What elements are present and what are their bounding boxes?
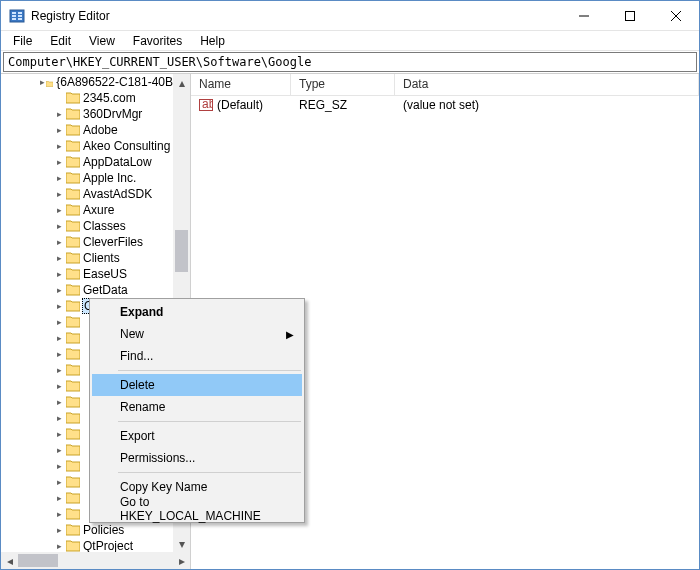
tree-item-label: {6A896522-C181-40B	[56, 75, 173, 89]
expand-icon[interactable]: ▸	[53, 250, 65, 266]
column-header-type[interactable]: Type	[291, 74, 395, 95]
folder-icon	[66, 364, 80, 376]
expand-icon[interactable]: ▸	[53, 266, 65, 282]
ctx-permissions[interactable]: Permissions...	[92, 447, 302, 469]
folder-icon	[66, 444, 80, 456]
expand-icon[interactable]: ▸	[53, 154, 65, 170]
ctx-rename[interactable]: Rename	[92, 396, 302, 418]
tree-item-label: CleverFiles	[83, 235, 143, 249]
folder-icon	[66, 540, 80, 552]
ctx-find[interactable]: Find...	[92, 345, 302, 367]
menu-favorites[interactable]: Favorites	[125, 32, 190, 50]
ctx-export[interactable]: Export	[92, 425, 302, 447]
tree-item[interactable]: ▸360DrvMgr	[1, 106, 173, 122]
expand-icon[interactable]: ▸	[53, 186, 65, 202]
column-header-data[interactable]: Data	[395, 74, 699, 95]
expand-icon[interactable]: ▸	[53, 506, 65, 522]
tree-item[interactable]: ▸AvastAdSDK	[1, 186, 173, 202]
folder-icon	[66, 188, 80, 200]
minimize-icon	[579, 11, 589, 21]
expand-icon[interactable]: ▸	[53, 522, 65, 538]
ctx-goto-hklm[interactable]: Go to HKEY_LOCAL_MACHINE	[92, 498, 302, 520]
folder-icon	[66, 284, 80, 296]
tree-item[interactable]: ▸EaseUS	[1, 266, 173, 282]
expand-icon[interactable]: ▸	[53, 330, 65, 346]
menu-edit[interactable]: Edit	[42, 32, 79, 50]
expand-icon[interactable]: ▸	[53, 106, 65, 122]
ctx-separator	[118, 472, 301, 473]
tree-item-label: EaseUS	[83, 267, 127, 281]
expand-icon[interactable]: ▸	[53, 234, 65, 250]
folder-icon	[66, 524, 80, 536]
expand-icon[interactable]: ▸	[53, 202, 65, 218]
maximize-button[interactable]	[607, 1, 653, 30]
registry-editor-window: Registry Editor File Edit View Favorites…	[0, 0, 700, 570]
tree-item-label: QtProject	[83, 539, 133, 552]
expand-icon[interactable]: ▸	[53, 282, 65, 298]
list-row[interactable]: ab (Default) REG_SZ (value not set)	[191, 96, 699, 114]
expand-icon[interactable]: ▸	[53, 346, 65, 362]
scroll-left-arrow-icon[interactable]: ◂	[1, 552, 18, 569]
folder-icon	[66, 412, 80, 424]
expand-icon[interactable]: ▸	[53, 138, 65, 154]
expand-icon[interactable]: ▸	[53, 538, 65, 552]
scroll-thumb[interactable]	[175, 230, 188, 272]
maximize-icon	[625, 11, 635, 21]
menu-help[interactable]: Help	[192, 32, 233, 50]
tree-item[interactable]: ▸CleverFiles	[1, 234, 173, 250]
expand-icon[interactable]: ▸	[53, 122, 65, 138]
close-icon	[671, 11, 681, 21]
expand-icon[interactable]: ▸	[53, 410, 65, 426]
expand-icon[interactable]: ▸	[53, 314, 65, 330]
expand-icon[interactable]: ▸	[53, 218, 65, 234]
expand-icon[interactable]: ▸	[53, 458, 65, 474]
expand-icon[interactable]: ▸	[53, 362, 65, 378]
scroll-up-arrow-icon[interactable]: ▴	[173, 74, 190, 91]
scroll-down-arrow-icon[interactable]: ▾	[173, 535, 190, 552]
tree-item[interactable]: ▸AppDataLow	[1, 154, 173, 170]
tree-item[interactable]: ▸Policies	[1, 522, 173, 538]
ctx-separator	[118, 421, 301, 422]
address-input[interactable]	[3, 52, 697, 72]
column-header-name[interactable]: Name	[191, 74, 291, 95]
tree-item[interactable]: ▸QtProject	[1, 538, 173, 552]
tree-horizontal-scrollbar[interactable]: ◂ ▸	[1, 552, 190, 569]
tree-item[interactable]: ▸Apple Inc.	[1, 170, 173, 186]
tree-item[interactable]: ▸Clients	[1, 250, 173, 266]
tree-item-label: Apple Inc.	[83, 171, 136, 185]
ctx-separator	[118, 370, 301, 371]
expand-icon[interactable]: ▸	[53, 378, 65, 394]
svg-rect-6	[18, 18, 22, 20]
expand-icon[interactable]: ▸	[53, 426, 65, 442]
tree-item-label: Policies	[83, 523, 124, 537]
tree-item[interactable]: ▸Akeo Consulting	[1, 138, 173, 154]
tree-item[interactable]: ▸Adobe	[1, 122, 173, 138]
folder-icon	[46, 76, 53, 88]
menu-view[interactable]: View	[81, 32, 123, 50]
scroll-right-arrow-icon[interactable]: ▸	[173, 552, 190, 569]
expand-icon[interactable]: ▸	[53, 490, 65, 506]
ctx-new[interactable]: New▶	[92, 323, 302, 345]
folder-icon	[66, 140, 80, 152]
folder-icon	[66, 316, 80, 328]
expand-icon[interactable]: ▸	[53, 170, 65, 186]
ctx-delete[interactable]: Delete	[92, 374, 302, 396]
expand-icon[interactable]: ▸	[53, 474, 65, 490]
menu-file[interactable]: File	[5, 32, 40, 50]
ctx-expand[interactable]: Expand	[92, 301, 302, 323]
expand-icon[interactable]: ▸	[39, 74, 45, 90]
svg-rect-1	[12, 12, 16, 14]
tree-item[interactable]: ▸Classes	[1, 218, 173, 234]
expand-icon[interactable]: ▸	[53, 394, 65, 410]
expand-icon[interactable]: ▸	[53, 298, 65, 314]
tree-item[interactable]: 2345.com	[1, 90, 173, 106]
tree-item[interactable]: ▸{6A896522-C181-40B	[1, 74, 173, 90]
svg-rect-8	[626, 11, 635, 20]
minimize-button[interactable]	[561, 1, 607, 30]
tree-item[interactable]: ▸GetData	[1, 282, 173, 298]
expand-icon[interactable]: ▸	[53, 442, 65, 458]
tree-item[interactable]: ▸Axure	[1, 202, 173, 218]
close-button[interactable]	[653, 1, 699, 30]
tree-item-label: Akeo Consulting	[83, 139, 170, 153]
scroll-thumb[interactable]	[18, 554, 58, 567]
